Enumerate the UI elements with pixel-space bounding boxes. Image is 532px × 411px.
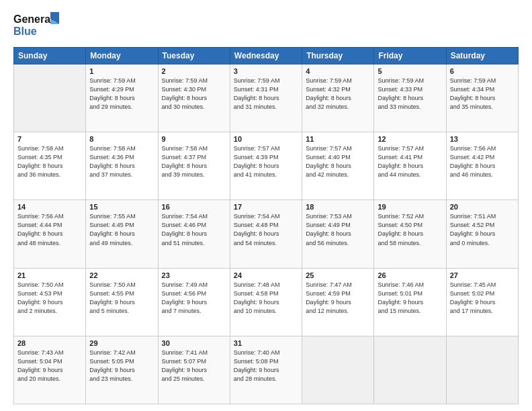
day-number: 30 bbox=[162, 339, 226, 347]
day-info: Sunrise: 7:59 AM Sunset: 4:30 PM Dayligh… bbox=[162, 77, 226, 111]
day-info: Sunrise: 7:59 AM Sunset: 4:29 PM Dayligh… bbox=[89, 77, 154, 111]
day-info: Sunrise: 7:56 AM Sunset: 4:44 PM Dayligh… bbox=[17, 212, 82, 247]
day-number: 3 bbox=[234, 67, 298, 75]
day-number: 16 bbox=[162, 203, 226, 211]
weekday-header-wednesday: Wednesday bbox=[230, 48, 302, 64]
calendar-cell: 26Sunrise: 7:46 AM Sunset: 5:01 PM Dayli… bbox=[374, 268, 446, 336]
day-number: 8 bbox=[89, 135, 154, 143]
day-number: 17 bbox=[234, 203, 298, 211]
calendar-cell: 7Sunrise: 7:58 AM Sunset: 4:35 PM Daylig… bbox=[14, 132, 86, 200]
day-number: 11 bbox=[306, 135, 370, 143]
day-info: Sunrise: 7:41 AM Sunset: 5:07 PM Dayligh… bbox=[162, 349, 226, 383]
day-info: Sunrise: 7:51 AM Sunset: 4:52 PM Dayligh… bbox=[450, 212, 515, 247]
day-number: 23 bbox=[162, 271, 226, 279]
calendar-cell: 24Sunrise: 7:48 AM Sunset: 4:58 PM Dayli… bbox=[230, 268, 302, 336]
calendar-cell: 20Sunrise: 7:51 AM Sunset: 4:52 PM Dayli… bbox=[446, 200, 518, 268]
day-number: 7 bbox=[17, 135, 82, 143]
svg-text:General: General bbox=[13, 13, 54, 25]
calendar-cell: 29Sunrise: 7:42 AM Sunset: 5:05 PM Dayli… bbox=[86, 336, 158, 404]
weekday-header-monday: Monday bbox=[86, 48, 158, 64]
day-info: Sunrise: 7:55 AM Sunset: 4:45 PM Dayligh… bbox=[89, 212, 154, 247]
day-info: Sunrise: 7:48 AM Sunset: 4:58 PM Dayligh… bbox=[234, 281, 298, 316]
svg-text:Blue: Blue bbox=[13, 26, 37, 37]
day-info: Sunrise: 7:58 AM Sunset: 4:37 PM Dayligh… bbox=[162, 144, 226, 179]
day-number: 10 bbox=[234, 135, 298, 143]
calendar-cell: 21Sunrise: 7:50 AM Sunset: 4:53 PM Dayli… bbox=[14, 268, 86, 336]
calendar-cell bbox=[374, 336, 446, 404]
day-number: 25 bbox=[306, 271, 370, 279]
calendar-cell: 23Sunrise: 7:49 AM Sunset: 4:56 PM Dayli… bbox=[158, 268, 230, 336]
calendar-cell: 15Sunrise: 7:55 AM Sunset: 4:45 PM Dayli… bbox=[86, 200, 158, 268]
day-info: Sunrise: 7:59 AM Sunset: 4:33 PM Dayligh… bbox=[378, 77, 442, 111]
day-number: 19 bbox=[378, 203, 442, 211]
calendar-cell: 16Sunrise: 7:54 AM Sunset: 4:46 PM Dayli… bbox=[158, 200, 230, 268]
calendar-cell: 1Sunrise: 7:59 AM Sunset: 4:29 PM Daylig… bbox=[86, 64, 158, 132]
day-number: 27 bbox=[450, 271, 515, 279]
calendar-week-5: 28Sunrise: 7:43 AM Sunset: 5:04 PM Dayli… bbox=[14, 336, 519, 404]
calendar-cell: 25Sunrise: 7:47 AM Sunset: 4:59 PM Dayli… bbox=[302, 268, 374, 336]
day-info: Sunrise: 7:53 AM Sunset: 4:49 PM Dayligh… bbox=[306, 212, 370, 247]
day-number: 2 bbox=[162, 67, 226, 75]
day-number: 21 bbox=[17, 271, 82, 279]
day-number: 5 bbox=[378, 67, 442, 75]
calendar-cell: 9Sunrise: 7:58 AM Sunset: 4:37 PM Daylig… bbox=[158, 132, 230, 200]
calendar-cell bbox=[446, 336, 518, 404]
calendar-cell: 19Sunrise: 7:52 AM Sunset: 4:50 PM Dayli… bbox=[374, 200, 446, 268]
calendar-cell: 10Sunrise: 7:57 AM Sunset: 4:39 PM Dayli… bbox=[230, 132, 302, 200]
day-number: 29 bbox=[89, 339, 154, 347]
calendar-week-1: 1Sunrise: 7:59 AM Sunset: 4:29 PM Daylig… bbox=[14, 64, 519, 132]
day-info: Sunrise: 7:49 AM Sunset: 4:56 PM Dayligh… bbox=[162, 281, 226, 316]
day-info: Sunrise: 7:59 AM Sunset: 4:31 PM Dayligh… bbox=[234, 77, 298, 111]
day-number: 15 bbox=[89, 203, 154, 211]
calendar-cell: 22Sunrise: 7:50 AM Sunset: 4:55 PM Dayli… bbox=[86, 268, 158, 336]
calendar-header-row: SundayMondayTuesdayWednesdayThursdayFrid… bbox=[14, 48, 519, 64]
calendar-cell: 11Sunrise: 7:57 AM Sunset: 4:40 PM Dayli… bbox=[302, 132, 374, 200]
calendar-week-3: 14Sunrise: 7:56 AM Sunset: 4:44 PM Dayli… bbox=[14, 200, 519, 268]
calendar-cell: 3Sunrise: 7:59 AM Sunset: 4:31 PM Daylig… bbox=[230, 64, 302, 132]
calendar-cell: 14Sunrise: 7:56 AM Sunset: 4:44 PM Dayli… bbox=[14, 200, 86, 268]
day-number: 20 bbox=[450, 203, 515, 211]
day-info: Sunrise: 7:59 AM Sunset: 4:32 PM Dayligh… bbox=[306, 77, 370, 111]
calendar-week-4: 21Sunrise: 7:50 AM Sunset: 4:53 PM Dayli… bbox=[14, 268, 519, 336]
calendar-cell: 31Sunrise: 7:40 AM Sunset: 5:08 PM Dayli… bbox=[230, 336, 302, 404]
day-number: 13 bbox=[450, 135, 515, 143]
day-info: Sunrise: 7:43 AM Sunset: 5:04 PM Dayligh… bbox=[17, 349, 82, 383]
calendar-cell: 4Sunrise: 7:59 AM Sunset: 4:32 PM Daylig… bbox=[302, 64, 374, 132]
day-info: Sunrise: 7:45 AM Sunset: 5:02 PM Dayligh… bbox=[450, 281, 515, 316]
calendar-cell: 13Sunrise: 7:56 AM Sunset: 4:42 PM Dayli… bbox=[446, 132, 518, 200]
calendar-cell: 6Sunrise: 7:59 AM Sunset: 4:34 PM Daylig… bbox=[446, 64, 518, 132]
day-info: Sunrise: 7:57 AM Sunset: 4:39 PM Dayligh… bbox=[234, 144, 298, 179]
day-number: 28 bbox=[17, 339, 82, 347]
calendar-cell: 2Sunrise: 7:59 AM Sunset: 4:30 PM Daylig… bbox=[158, 64, 230, 132]
day-info: Sunrise: 7:46 AM Sunset: 5:01 PM Dayligh… bbox=[378, 281, 442, 316]
weekday-header-sunday: Sunday bbox=[14, 48, 86, 64]
day-number: 9 bbox=[162, 135, 226, 143]
calendar-cell: 27Sunrise: 7:45 AM Sunset: 5:02 PM Dayli… bbox=[446, 268, 518, 336]
page: GeneralBlue SundayMondayTuesdayWednesday… bbox=[0, 0, 532, 411]
day-number: 14 bbox=[17, 203, 82, 211]
day-info: Sunrise: 7:50 AM Sunset: 4:53 PM Dayligh… bbox=[17, 281, 82, 316]
day-number: 12 bbox=[378, 135, 442, 143]
day-info: Sunrise: 7:47 AM Sunset: 4:59 PM Dayligh… bbox=[306, 281, 370, 316]
day-number: 4 bbox=[306, 67, 370, 75]
day-number: 6 bbox=[450, 67, 515, 75]
day-info: Sunrise: 7:54 AM Sunset: 4:46 PM Dayligh… bbox=[162, 212, 226, 247]
day-info: Sunrise: 7:57 AM Sunset: 4:41 PM Dayligh… bbox=[378, 144, 442, 179]
day-number: 22 bbox=[89, 271, 154, 279]
day-info: Sunrise: 7:42 AM Sunset: 5:05 PM Dayligh… bbox=[89, 349, 154, 383]
calendar-cell: 28Sunrise: 7:43 AM Sunset: 5:04 PM Dayli… bbox=[14, 336, 86, 404]
day-info: Sunrise: 7:58 AM Sunset: 4:36 PM Dayligh… bbox=[89, 144, 154, 179]
day-number: 24 bbox=[234, 271, 298, 279]
day-info: Sunrise: 7:56 AM Sunset: 4:42 PM Dayligh… bbox=[450, 144, 515, 179]
calendar-table: SundayMondayTuesdayWednesdayThursdayFrid… bbox=[13, 47, 519, 404]
day-info: Sunrise: 7:58 AM Sunset: 4:35 PM Dayligh… bbox=[17, 144, 82, 179]
weekday-header-saturday: Saturday bbox=[446, 48, 518, 64]
day-info: Sunrise: 7:50 AM Sunset: 4:55 PM Dayligh… bbox=[89, 281, 154, 316]
day-number: 18 bbox=[306, 203, 370, 211]
weekday-header-tuesday: Tuesday bbox=[158, 48, 230, 64]
day-number: 1 bbox=[89, 67, 154, 75]
day-info: Sunrise: 7:59 AM Sunset: 4:34 PM Dayligh… bbox=[450, 77, 515, 111]
day-info: Sunrise: 7:52 AM Sunset: 4:50 PM Dayligh… bbox=[378, 212, 442, 247]
calendar-week-2: 7Sunrise: 7:58 AM Sunset: 4:35 PM Daylig… bbox=[14, 132, 519, 200]
day-info: Sunrise: 7:57 AM Sunset: 4:40 PM Dayligh… bbox=[306, 144, 370, 179]
